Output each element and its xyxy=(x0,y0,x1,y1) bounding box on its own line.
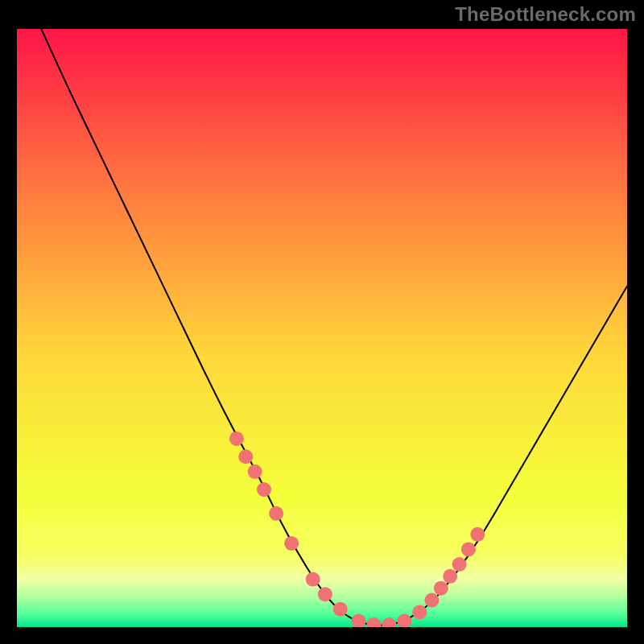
highlight-dot xyxy=(306,572,320,587)
highlight-dot xyxy=(229,431,244,446)
highlight-dot xyxy=(333,602,348,617)
highlight-dot xyxy=(284,536,299,551)
highlight-dot xyxy=(424,593,439,608)
highlight-dot xyxy=(412,605,427,619)
highlight-dot xyxy=(269,506,283,521)
highlight-dot xyxy=(443,569,457,584)
highlight-dot xyxy=(434,581,448,596)
gradient-background xyxy=(17,29,627,627)
highlight-dot xyxy=(318,587,332,601)
highlight-dot xyxy=(470,527,485,542)
highlight-dot xyxy=(238,449,253,464)
highlight-dot xyxy=(248,464,262,479)
highlight-dot xyxy=(257,482,271,497)
outer-frame: TheBottleneck.com xyxy=(0,0,644,644)
chart-svg xyxy=(17,29,627,627)
highlight-dot xyxy=(461,542,476,556)
watermark-text: TheBottleneck.com xyxy=(455,3,636,26)
highlight-dot xyxy=(452,557,467,572)
plot-area xyxy=(17,29,627,627)
